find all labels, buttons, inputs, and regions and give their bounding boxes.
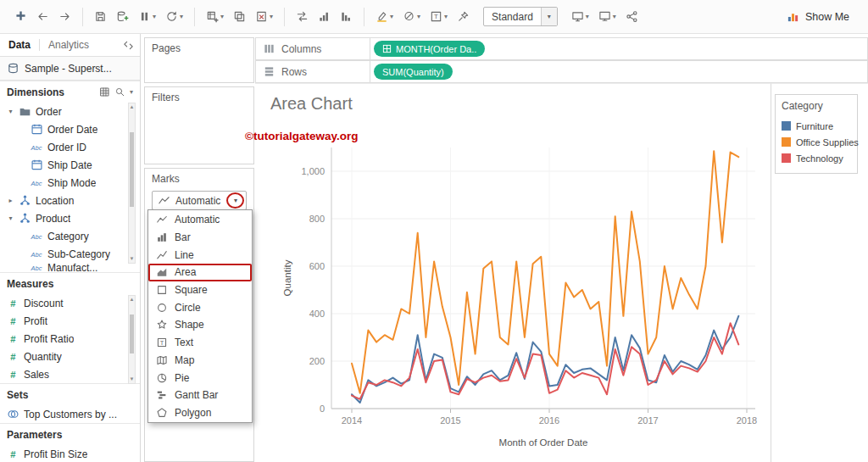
new-worksheet-button[interactable]: ▾ — [202, 5, 228, 28]
swap-axes-button[interactable] — [292, 5, 313, 28]
columns-shelf[interactable]: Columns MONTH(Order Da.. — [255, 37, 868, 60]
set-item[interactable]: Top Customers by ... — [0, 405, 140, 423]
fit-button[interactable]: ▾ — [567, 5, 593, 28]
dimension-item[interactable]: AbcCategory — [0, 227, 140, 245]
mark-type-option-text[interactable]: T Text — [148, 334, 252, 352]
mark-type-caret-icon[interactable]: ▾ — [231, 197, 241, 204]
highlight-caret-icon[interactable]: ▾ — [390, 13, 393, 20]
dimension-item[interactable]: Ship Date — [0, 156, 140, 174]
tab-analytics[interactable]: Analytics — [40, 34, 97, 56]
mark-type-option-label: Circle — [175, 302, 201, 314]
clear-sheet-icon — [255, 10, 268, 23]
datasource-item[interactable]: Sample - Superst... — [0, 57, 140, 81]
pages-shelf[interactable]: Pages — [144, 37, 254, 83]
highlight-button[interactable]: ▾ — [371, 5, 398, 28]
new-datasource-button[interactable] — [112, 5, 133, 28]
dimension-item[interactable]: AbcOrder ID — [0, 138, 140, 156]
fix-axes-button[interactable] — [453, 5, 474, 28]
search-icon[interactable] — [114, 86, 125, 97]
clear-sheet-button[interactable]: ▾ — [251, 5, 277, 28]
calendar-icon — [31, 159, 43, 171]
view-fit-select[interactable]: Standard ▾ — [483, 7, 558, 26]
expand-caret-icon[interactable]: ▸ — [7, 197, 14, 204]
legend-title: Category — [782, 100, 851, 112]
clear-sheet-caret-icon[interactable]: ▾ — [270, 13, 273, 20]
new-worksheet-caret-icon[interactable]: ▾ — [220, 13, 224, 20]
pause-updates-caret-icon[interactable]: ▾ — [153, 13, 156, 20]
dimension-item[interactable]: ▾Order — [0, 103, 140, 120]
mark-type-option-gantt-bar[interactable]: Gantt Bar — [148, 387, 252, 404]
filters-shelf[interactable]: Filters — [144, 86, 254, 164]
format-links-caret-icon[interactable]: ▾ — [417, 13, 420, 20]
dimension-item[interactable]: AbcManufact... — [0, 263, 140, 272]
share-button[interactable] — [621, 5, 643, 28]
measures-title: Measures — [7, 278, 53, 290]
measure-item[interactable]: #Sales — [0, 365, 140, 383]
measure-item[interactable]: #Profit — [0, 312, 140, 330]
tab-data[interactable]: Data — [0, 34, 39, 56]
show-me-button[interactable]: Show Me — [778, 10, 858, 23]
svg-text:200: 200 — [309, 356, 325, 366]
legend-item[interactable]: Furniture — [782, 118, 851, 134]
measure-item[interactable]: #Profit Ratio — [0, 330, 140, 348]
rows-shelf[interactable]: Rows SUM(Quantity) — [255, 60, 868, 83]
measures-scrollbar[interactable]: ▲ ▼ — [128, 295, 136, 384]
format-links-button[interactable]: ▾ — [398, 5, 425, 28]
dimension-item[interactable]: ▾Product — [0, 209, 140, 227]
legend-item[interactable]: Office Supplies — [782, 134, 851, 150]
parameter-item[interactable]: #Profit Bin Size — [0, 445, 140, 462]
pause-updates-button[interactable]: ▾ — [134, 5, 160, 28]
color-legend-card[interactable]: Category Furniture Office Supplies Techn… — [775, 94, 858, 174]
mark-type-option-pie[interactable]: Pie — [148, 369, 252, 387]
redo-button[interactable] — [54, 5, 75, 28]
refresh-button[interactable]: ▾ — [161, 5, 187, 28]
legend-item[interactable]: Technology — [782, 150, 851, 166]
columns-shelf-body[interactable]: MONTH(Order Da.. — [370, 37, 868, 60]
dimension-item[interactable]: Order Date — [0, 120, 140, 138]
expand-pill-icon[interactable] — [382, 44, 392, 53]
dimension-item[interactable]: AbcSub-Category — [0, 245, 140, 263]
dimension-item[interactable]: AbcShip Mode — [0, 174, 140, 192]
mark-type-option-line[interactable]: Line — [148, 246, 252, 264]
dimension-item[interactable]: ▸Location — [0, 192, 140, 209]
mk-bar-icon — [156, 231, 168, 243]
presentation-caret-icon[interactable]: ▾ — [613, 13, 616, 20]
dimensions-menu-caret-icon[interactable]: ▾ — [130, 88, 133, 96]
sort-descending-button[interactable] — [336, 5, 357, 28]
series-office-supplies — [352, 151, 738, 393]
text-label-button[interactable]: T▾ — [426, 5, 452, 28]
dimension-item-label: Ship Mode — [47, 177, 96, 189]
tableau-logo-button[interactable] — [10, 5, 31, 28]
mark-type-menu: Automatic Bar Line Area Square Circle Sh… — [147, 209, 253, 423]
rows-pill[interactable]: SUM(Quantity) — [374, 64, 453, 80]
sort-ascending-button[interactable] — [314, 5, 335, 28]
undo-button[interactable] — [32, 5, 53, 28]
collapse-caret-icon[interactable]: ▾ — [7, 214, 14, 222]
mark-type-option-polygon[interactable]: Polygon — [148, 404, 252, 422]
mark-type-option-automatic[interactable]: Automatic — [148, 211, 252, 229]
measure-item[interactable]: #Quantity — [0, 348, 140, 365]
mark-type-option-area[interactable]: Area — [148, 264, 252, 281]
mark-type-dropdown[interactable]: Automatic ▾ — [152, 191, 247, 210]
data-pane: Data Analytics Sample - Superst... Dimen… — [0, 34, 141, 462]
mark-type-option-bar[interactable]: Bar — [148, 229, 252, 247]
fit-caret-icon[interactable]: ▾ — [586, 13, 589, 20]
mark-type-option-square[interactable]: Square — [148, 281, 252, 299]
chart-svg[interactable]: 02004006008001,00020142015201620172018Qu… — [279, 131, 766, 451]
mark-type-option-shape[interactable]: Shape — [148, 316, 252, 334]
refresh-caret-icon[interactable]: ▾ — [180, 13, 183, 20]
view-data-grid-icon[interactable] — [99, 86, 110, 97]
collapse-caret-icon[interactable]: ▾ — [7, 108, 14, 115]
rows-shelf-body[interactable]: SUM(Quantity) — [370, 60, 868, 83]
dimensions-scrollbar[interactable]: ▲ ▼ — [128, 103, 136, 264]
presentation-button[interactable]: ▾ — [594, 5, 620, 28]
mark-type-option-circle[interactable]: Circle — [148, 298, 252, 316]
text-label-caret-icon[interactable]: ▾ — [444, 13, 448, 20]
duplicate-sheet-button[interactable] — [229, 5, 250, 28]
view-fit-caret-icon[interactable]: ▾ — [541, 8, 557, 25]
columns-pill[interactable]: MONTH(Order Da.. — [374, 41, 485, 57]
panel-toggle-icon[interactable] — [122, 39, 135, 52]
save-button[interactable] — [90, 5, 111, 28]
mark-type-option-map[interactable]: Map — [148, 352, 252, 370]
measure-item[interactable]: #Discount — [0, 294, 140, 312]
